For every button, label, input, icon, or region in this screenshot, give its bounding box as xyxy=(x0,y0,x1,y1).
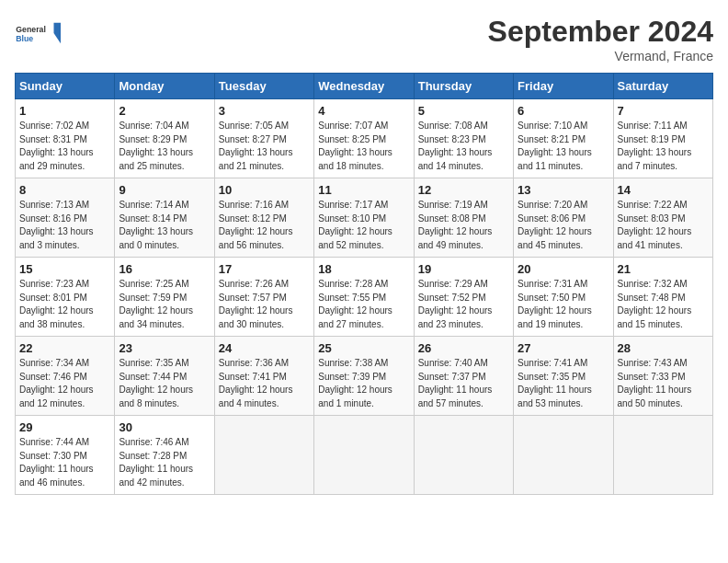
day-info: Sunrise: 7:26 AMSunset: 7:57 PMDaylight:… xyxy=(219,279,293,329)
calendar-day-cell: 11 Sunrise: 7:17 AMSunset: 8:10 PMDaylig… xyxy=(314,178,414,258)
day-number: 23 xyxy=(119,341,210,355)
calendar-week-row: 1 Sunrise: 7:02 AMSunset: 8:31 PMDayligh… xyxy=(16,99,713,178)
calendar-day-cell xyxy=(314,416,414,495)
weekday-header: Sunday xyxy=(16,74,115,99)
day-number: 15 xyxy=(19,262,110,276)
day-number: 4 xyxy=(318,104,409,118)
day-number: 22 xyxy=(19,341,110,355)
day-number: 30 xyxy=(119,420,210,434)
day-info: Sunrise: 7:34 AMSunset: 7:46 PMDaylight:… xyxy=(19,358,94,408)
day-info: Sunrise: 7:10 AMSunset: 8:21 PMDaylight:… xyxy=(518,121,592,171)
calendar-day-cell: 9 Sunrise: 7:14 AMSunset: 8:14 PMDayligh… xyxy=(115,178,214,258)
calendar-day-cell: 20 Sunrise: 7:31 AMSunset: 7:50 PMDaylig… xyxy=(514,258,613,337)
day-info: Sunrise: 7:04 AMSunset: 8:29 PMDaylight:… xyxy=(119,121,193,171)
day-info: Sunrise: 7:29 AMSunset: 7:52 PMDaylight:… xyxy=(418,279,493,329)
calendar-day-cell: 4 Sunrise: 7:07 AMSunset: 8:25 PMDayligh… xyxy=(314,99,414,178)
weekday-header: Friday xyxy=(514,74,613,99)
calendar-day-cell: 30 Sunrise: 7:46 AMSunset: 7:28 PMDaylig… xyxy=(115,416,214,495)
month-title: September 2024 xyxy=(488,15,713,49)
day-number: 20 xyxy=(518,262,609,276)
calendar-day-cell: 17 Sunrise: 7:26 AMSunset: 7:57 PMDaylig… xyxy=(214,258,313,337)
calendar-day-cell: 3 Sunrise: 7:05 AMSunset: 8:27 PMDayligh… xyxy=(214,99,313,178)
svg-text:General: General xyxy=(16,25,46,34)
calendar-day-cell: 23 Sunrise: 7:35 AMSunset: 7:44 PMDaylig… xyxy=(115,337,214,416)
location-subtitle: Vermand, France xyxy=(488,49,713,63)
day-info: Sunrise: 7:40 AMSunset: 7:37 PMDaylight:… xyxy=(418,358,493,408)
calendar-day-cell: 19 Sunrise: 7:29 AMSunset: 7:52 PMDaylig… xyxy=(414,258,513,337)
calendar-day-cell: 6 Sunrise: 7:10 AMSunset: 8:21 PMDayligh… xyxy=(514,99,613,178)
day-info: Sunrise: 7:22 AMSunset: 8:03 PMDaylight:… xyxy=(618,200,692,250)
day-info: Sunrise: 7:08 AMSunset: 8:23 PMDaylight:… xyxy=(418,121,493,171)
day-info: Sunrise: 7:05 AMSunset: 8:27 PMDaylight:… xyxy=(219,121,293,171)
weekday-header: Wednesday xyxy=(314,74,414,99)
logo: General Blue xyxy=(15,15,61,52)
day-number: 13 xyxy=(518,183,609,197)
day-info: Sunrise: 7:07 AMSunset: 8:25 PMDaylight:… xyxy=(318,121,392,171)
day-number: 18 xyxy=(318,262,409,276)
day-info: Sunrise: 7:38 AMSunset: 7:39 PMDaylight:… xyxy=(318,358,392,408)
day-number: 10 xyxy=(219,183,310,197)
calendar-day-cell: 24 Sunrise: 7:36 AMSunset: 7:41 PMDaylig… xyxy=(214,337,313,416)
day-info: Sunrise: 7:35 AMSunset: 7:44 PMDaylight:… xyxy=(119,358,193,408)
calendar-day-cell: 26 Sunrise: 7:40 AMSunset: 7:37 PMDaylig… xyxy=(414,337,513,416)
day-info: Sunrise: 7:02 AMSunset: 8:31 PMDaylight:… xyxy=(19,121,94,171)
calendar-week-row: 15 Sunrise: 7:23 AMSunset: 8:01 PMDaylig… xyxy=(16,258,713,337)
calendar-day-cell: 13 Sunrise: 7:20 AMSunset: 8:06 PMDaylig… xyxy=(514,178,613,258)
calendar-week-row: 29 Sunrise: 7:44 AMSunset: 7:30 PMDaylig… xyxy=(16,416,713,495)
weekday-header: Thursday xyxy=(414,74,513,99)
day-number: 5 xyxy=(418,104,509,118)
day-number: 25 xyxy=(318,341,409,355)
day-info: Sunrise: 7:19 AMSunset: 8:08 PMDaylight:… xyxy=(418,200,493,250)
calendar-day-cell: 12 Sunrise: 7:19 AMSunset: 8:08 PMDaylig… xyxy=(414,178,513,258)
svg-marker-2 xyxy=(54,23,62,44)
calendar-day-cell: 16 Sunrise: 7:25 AMSunset: 7:59 PMDaylig… xyxy=(115,258,214,337)
day-number: 2 xyxy=(119,104,210,118)
day-number: 21 xyxy=(618,262,709,276)
calendar-day-cell: 7 Sunrise: 7:11 AMSunset: 8:19 PMDayligh… xyxy=(613,99,712,178)
day-info: Sunrise: 7:23 AMSunset: 8:01 PMDaylight:… xyxy=(19,279,94,329)
page-header: General Blue September 2024 Vermand, Fra… xyxy=(15,15,713,63)
day-info: Sunrise: 7:20 AMSunset: 8:06 PMDaylight:… xyxy=(518,200,592,250)
day-number: 17 xyxy=(219,262,310,276)
day-info: Sunrise: 7:41 AMSunset: 7:35 PMDaylight:… xyxy=(518,358,592,408)
calendar-day-cell: 15 Sunrise: 7:23 AMSunset: 8:01 PMDaylig… xyxy=(16,258,115,337)
logo-svg: General Blue xyxy=(15,15,61,52)
weekday-header: Monday xyxy=(115,74,214,99)
weekday-header: Tuesday xyxy=(214,74,313,99)
day-number: 8 xyxy=(19,183,110,197)
day-number: 11 xyxy=(318,183,409,197)
calendar-day-cell: 27 Sunrise: 7:41 AMSunset: 7:35 PMDaylig… xyxy=(514,337,613,416)
day-info: Sunrise: 7:11 AMSunset: 8:19 PMDaylight:… xyxy=(618,121,692,171)
calendar-week-row: 22 Sunrise: 7:34 AMSunset: 7:46 PMDaylig… xyxy=(16,337,713,416)
calendar-day-cell xyxy=(414,416,513,495)
calendar-day-cell: 2 Sunrise: 7:04 AMSunset: 8:29 PMDayligh… xyxy=(115,99,214,178)
calendar-day-cell: 29 Sunrise: 7:44 AMSunset: 7:30 PMDaylig… xyxy=(16,416,115,495)
day-info: Sunrise: 7:13 AMSunset: 8:16 PMDaylight:… xyxy=(19,200,94,250)
day-number: 7 xyxy=(618,104,709,118)
calendar-day-cell xyxy=(214,416,313,495)
day-info: Sunrise: 7:44 AMSunset: 7:30 PMDaylight:… xyxy=(19,437,94,488)
day-info: Sunrise: 7:17 AMSunset: 8:10 PMDaylight:… xyxy=(318,200,392,250)
calendar-day-cell xyxy=(514,416,613,495)
day-number: 12 xyxy=(418,183,509,197)
weekday-header: Saturday xyxy=(613,74,712,99)
day-info: Sunrise: 7:31 AMSunset: 7:50 PMDaylight:… xyxy=(518,279,592,329)
calendar-day-cell: 22 Sunrise: 7:34 AMSunset: 7:46 PMDaylig… xyxy=(16,337,115,416)
calendar-day-cell: 14 Sunrise: 7:22 AMSunset: 8:03 PMDaylig… xyxy=(613,178,712,258)
title-block: September 2024 Vermand, France xyxy=(488,15,713,63)
calendar-day-cell: 1 Sunrise: 7:02 AMSunset: 8:31 PMDayligh… xyxy=(16,99,115,178)
day-number: 16 xyxy=(119,262,210,276)
day-info: Sunrise: 7:16 AMSunset: 8:12 PMDaylight:… xyxy=(219,200,293,250)
calendar-day-cell: 8 Sunrise: 7:13 AMSunset: 8:16 PMDayligh… xyxy=(16,178,115,258)
day-number: 14 xyxy=(618,183,709,197)
day-number: 1 xyxy=(19,104,110,118)
svg-text:Blue: Blue xyxy=(16,34,33,43)
calendar-day-cell: 5 Sunrise: 7:08 AMSunset: 8:23 PMDayligh… xyxy=(414,99,513,178)
day-info: Sunrise: 7:14 AMSunset: 8:14 PMDaylight:… xyxy=(119,200,193,250)
day-number: 6 xyxy=(518,104,609,118)
day-info: Sunrise: 7:32 AMSunset: 7:48 PMDaylight:… xyxy=(618,279,692,329)
day-number: 24 xyxy=(219,341,310,355)
calendar-day-cell: 10 Sunrise: 7:16 AMSunset: 8:12 PMDaylig… xyxy=(214,178,313,258)
day-info: Sunrise: 7:36 AMSunset: 7:41 PMDaylight:… xyxy=(219,358,293,408)
calendar-day-cell: 28 Sunrise: 7:43 AMSunset: 7:33 PMDaylig… xyxy=(613,337,712,416)
